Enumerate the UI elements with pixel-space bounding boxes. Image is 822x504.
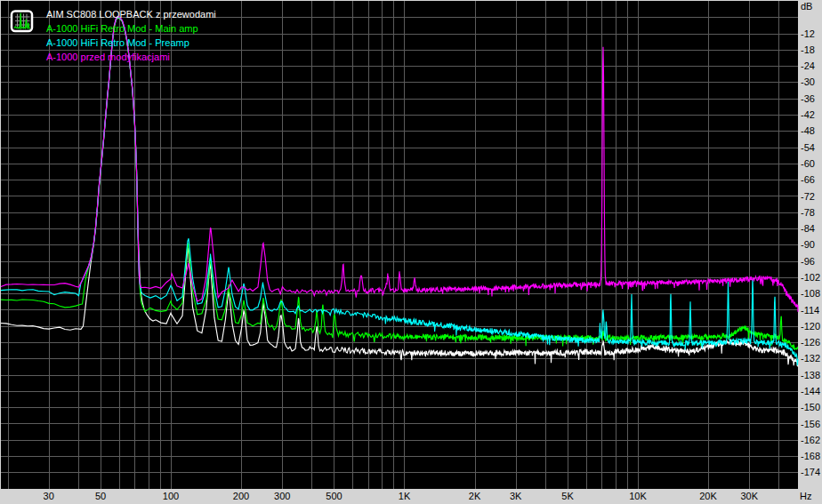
svg-text:-24: -24 <box>801 60 815 71</box>
svg-text:-78: -78 <box>801 207 815 218</box>
svg-text:5K: 5K <box>561 491 574 501</box>
svg-text:-60: -60 <box>801 158 815 169</box>
svg-text:-72: -72 <box>801 191 815 202</box>
svg-text:-102: -102 <box>801 272 820 283</box>
svg-text:-48: -48 <box>801 125 815 136</box>
svg-text:30K: 30K <box>740 491 758 501</box>
svg-text:200: 200 <box>233 491 249 501</box>
svg-text:2K: 2K <box>469 491 481 501</box>
svg-text:-156: -156 <box>801 419 820 429</box>
svg-text:-174: -174 <box>801 467 820 477</box>
svg-text:-150: -150 <box>801 402 820 412</box>
svg-text:30: 30 <box>44 491 54 501</box>
svg-text:-36: -36 <box>801 93 815 104</box>
svg-text:-168: -168 <box>801 451 820 461</box>
svg-text:-96: -96 <box>801 256 815 267</box>
svg-text:-138: -138 <box>801 370 820 380</box>
svg-text:500: 500 <box>326 491 342 501</box>
svg-text:50: 50 <box>95 491 106 501</box>
svg-text:300: 300 <box>274 491 290 501</box>
svg-text:-114: -114 <box>801 305 819 316</box>
svg-text:3K: 3K <box>510 491 522 501</box>
svg-text:-90: -90 <box>801 239 815 250</box>
svg-text:1K: 1K <box>399 491 411 501</box>
svg-text:-162: -162 <box>801 435 820 445</box>
svg-text:dB: dB <box>801 1 812 12</box>
svg-text:-18: -18 <box>801 44 815 55</box>
svg-text:AIM SC808 LOOPBACK z przewodam: AIM SC808 LOOPBACK z przewodami <box>46 9 216 20</box>
svg-text:-30: -30 <box>801 76 815 87</box>
svg-text:-108: -108 <box>801 288 820 299</box>
svg-text:10K: 10K <box>629 491 647 501</box>
svg-text:-66: -66 <box>801 174 815 185</box>
svg-text:-132: -132 <box>801 353 820 364</box>
svg-text:-54: -54 <box>801 142 815 153</box>
svg-text:-84: -84 <box>801 223 815 234</box>
svg-text:20K: 20K <box>699 491 717 501</box>
svg-text:A-1000 HiFi Retro Mod - Main a: A-1000 HiFi Retro Mod - Main amp <box>46 23 198 34</box>
svg-text:-120: -120 <box>801 321 820 332</box>
svg-text:Hz: Hz <box>800 491 811 501</box>
svg-text:-42: -42 <box>801 109 815 120</box>
svg-text:A-1000 przed modyfikacjami: A-1000 przed modyfikacjami <box>46 52 170 62</box>
svg-text:-144: -144 <box>801 386 820 396</box>
svg-text:-12: -12 <box>801 28 815 39</box>
svg-text:-126: -126 <box>801 337 820 348</box>
svg-text:100: 100 <box>163 491 179 501</box>
svg-text:A-1000 HiFi Retro Mod - Preamp: A-1000 HiFi Retro Mod - Preamp <box>46 37 189 48</box>
